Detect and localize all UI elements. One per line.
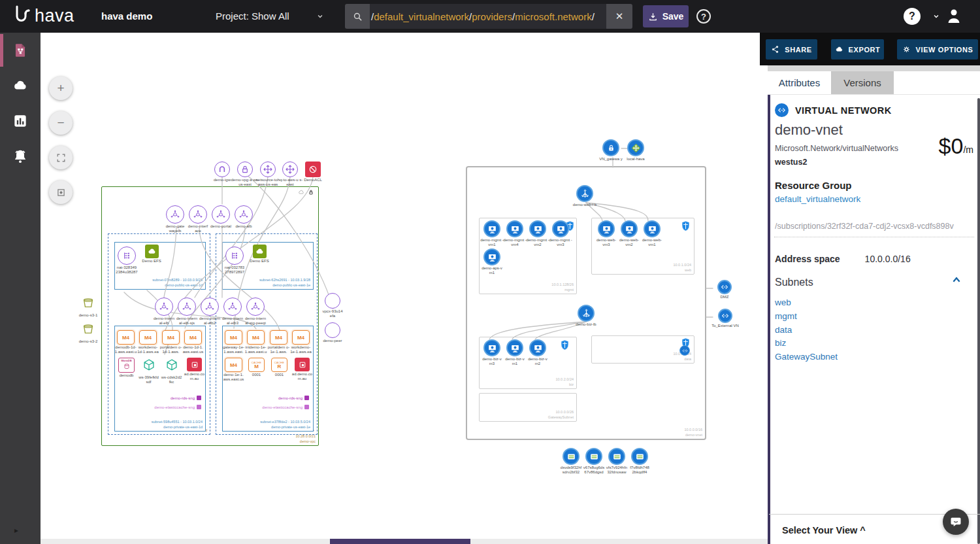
node-demoacl[interactable]: DemoACL <box>299 162 327 182</box>
node-ec2-demodb-1d[interactable]: M4demodb-1d- 1.aws.east.u <box>114 330 137 354</box>
node-label: vpcx-93u14 efa <box>319 309 346 318</box>
share-button[interactable]: SHARE <box>766 39 817 60</box>
clear-search-button[interactable]: ✕ <box>606 10 632 22</box>
node-demo-biz-vm3[interactable]: demo-biz-v m3 <box>480 339 504 366</box>
node-demo-gatewayelb[interactable]: demo-gate wayelb <box>163 205 188 233</box>
search-box[interactable]: /default_virtualnetwork/providers/micros… <box>345 4 632 29</box>
node-storage-3[interactable]: vfs7v924hfn 32fdnosaw <box>604 448 629 475</box>
node-ws-cdsk2d2[interactable]: ws-cdsk2d2 fkc <box>160 358 183 384</box>
help-button[interactable]: ? <box>904 8 921 25</box>
node-demo-web-lb[interactable]: demo-web-l b <box>572 185 598 207</box>
node-demo-s3-1[interactable]: demo-s3-1 <box>74 296 103 318</box>
subnet-link-mgmt[interactable]: mgmt <box>775 311 797 321</box>
subnet-link-data[interactable]: data <box>775 325 792 335</box>
export-button[interactable]: EXPORT <box>831 39 884 60</box>
node-demo-web-vm1[interactable]: demo-web- vm1 <box>640 220 664 247</box>
node-nat-1e[interactable]: nat-032783 278972897 <box>223 246 246 275</box>
node-vpcx[interactable]: vpcx-93u14 efa <box>319 293 346 318</box>
node-cache-m[interactable]: CACHEM0001 <box>245 358 268 377</box>
node-ec2-workdemo-1e[interactable]: M4workdemo- 1e-1.aws.ea <box>289 330 312 354</box>
node-ec2-portaldem-1e[interactable]: M4portaldem o-1e-1.aws. <box>267 330 290 354</box>
node-internal-elb-4[interactable]: demo-intern al-elb3 <box>220 298 246 326</box>
node-demo-biz-vm1[interactable]: demo-biz-v m1 <box>503 339 527 366</box>
node-ec2-intdemo-1e[interactable]: M4intdemo-1e- 1.aws.east.u <box>244 330 267 354</box>
subnets-collapse-button[interactable] <box>950 275 963 285</box>
node-demo-mgmt-vm3[interactable]: demo-mgmt -vm3 <box>549 220 572 247</box>
node-internal-elb-3[interactable]: demo-intern al-elb2 <box>197 298 223 326</box>
node-ec2-gateway-1e[interactable]: M4gateway-1e- 1.aws.east. <box>222 330 245 354</box>
node-ad-demo-1e[interactable]: ad.demo.co m.au <box>291 358 314 381</box>
sidebar-item-reports[interactable] <box>0 103 41 139</box>
zoom-in-button[interactable]: + <box>49 76 73 100</box>
sidebar-expand-button[interactable]: ▸ <box>14 526 18 535</box>
account-chevron[interactable] <box>932 12 941 21</box>
node-data-endpoint[interactable] <box>679 345 690 356</box>
select-your-view[interactable]: Select Your View ^ <box>782 525 866 536</box>
node-cache-r[interactable]: CACHER0001 <box>268 358 291 377</box>
tab-strip <box>768 65 980 71</box>
tab-attributes[interactable]: Attributes <box>768 71 831 94</box>
cache-letter: R <box>278 364 282 369</box>
search-input[interactable]: /default_virtualnetwork/providers/micros… <box>370 4 606 29</box>
node-mariadb[interactable]: MariaDBdemodb <box>115 358 138 378</box>
subnet-link-gatewaysubnet[interactable]: GatewaySubnet <box>775 352 838 362</box>
fit-view-button[interactable] <box>49 146 73 169</box>
node-local-hava[interactable]: local-hava <box>623 139 649 162</box>
node-demo-alb[interactable]: demo-alb <box>231 205 256 229</box>
sidebar-item-diagrams[interactable] <box>0 33 41 68</box>
view-options-button[interactable]: VIEW OPTIONS <box>897 39 978 60</box>
node-demo-biz-vm2[interactable]: demo-biz-v m2 <box>526 339 549 366</box>
panel-scrollbar[interactable] <box>977 98 980 544</box>
help-outline-button[interactable]: ? <box>696 9 711 24</box>
node-ec2-demo-1e[interactable]: M4demo-1e-1. aws.east.us <box>222 358 245 382</box>
node-demo-mgmt-vm2[interactable]: demo-mgmt -vm2 <box>526 220 549 247</box>
node-storage-1[interactable]: dsvds9f32hf sdrv2bf32 <box>559 448 583 475</box>
node-label: vfs7v924hfn 32fdnosaw <box>604 466 629 475</box>
node-ad-demo-1d[interactable]: ad.demo.co m.au <box>183 358 206 381</box>
node-demo-peer[interactable]: demo-peer <box>319 322 346 343</box>
node-demo-mgmt-vm4[interactable]: demo-mgmt -vm4 <box>503 220 527 247</box>
route-arrows-icon <box>260 162 276 177</box>
gateway-subnet-box[interactable]: 10.0.0.0/26GatewaySubnet <box>479 393 577 422</box>
node-demo-aps-vm1[interactable]: demo-aps-v m1 <box>480 248 504 275</box>
node-storage-2[interactable]: v67s8ug6ds 67v86dgsd <box>581 448 606 475</box>
hscrollbar-thumb[interactable] <box>330 539 470 544</box>
app-logo[interactable]: hava <box>13 5 74 27</box>
subnet-link-web[interactable]: web <box>775 298 791 307</box>
node-demo-mgmt-vm1[interactable]: demo-mgmt -vm1 <box>480 220 504 247</box>
node-ec2-portaldem-1d[interactable]: M4portaldem o-1d-1.aws. <box>159 330 182 354</box>
node-to-external-vn[interactable]: To_External VN <box>711 309 739 328</box>
node-demo-portal[interactable]: demo-portal <box>208 205 233 229</box>
node-demo-interface[interactable]: demo-interf ace <box>186 205 210 233</box>
project-selector[interactable]: Project: Show All <box>216 10 325 22</box>
nsg-shield-icon[interactable] <box>681 220 691 234</box>
node-ws-39fefkfd[interactable]: ws-39fefkfd sdf <box>137 358 160 384</box>
save-button[interactable]: Save <box>643 5 689 27</box>
resource-group-link[interactable]: default_virtualnetwork <box>775 194 860 204</box>
node-dmz[interactable]: DMZ <box>711 280 738 299</box>
node-demo-web-vm2[interactable]: demo-web- vm2 <box>617 220 641 247</box>
node-internal-elb-2[interactable]: demo-intern al-elb-sjs <box>174 298 200 326</box>
node-demo-web-vm3[interactable]: demo-web- vm3 <box>595 220 618 247</box>
node-storage-4[interactable]: f7v8fdh748 2bkqdff4 <box>627 448 652 475</box>
node-internal-elb-1[interactable]: demo-intern al-elb <box>151 298 177 326</box>
canvas-hscrollbar[interactable] <box>41 539 768 544</box>
nsg-shield-icon[interactable] <box>560 339 570 353</box>
user-menu[interactable] <box>946 7 962 26</box>
node-demo-efs-1d[interactable]: Demo EFS <box>139 245 165 264</box>
node-nat-1d[interactable]: nat-328349 2384u38287 <box>115 246 139 275</box>
chat-launcher[interactable] <box>943 509 969 535</box>
zoom-out-button[interactable]: − <box>49 111 73 135</box>
node-demo-efs-1e[interactable]: Demo EFS <box>246 245 272 264</box>
node-ec2-demo-1d[interactable]: M4demo-1d-1. aws.east.us <box>182 330 204 354</box>
node-demo-s3-2[interactable]: demo-s3-2 <box>74 322 103 344</box>
tab-versions[interactable]: Versions <box>831 71 894 94</box>
node-demo-biz-lb[interactable]: demo-biz-lb <box>572 305 600 327</box>
sidebar-item-alerts[interactable] <box>0 139 41 174</box>
node-internal-elb-5[interactable]: demo-intern al-stg-peeqt <box>242 298 269 326</box>
node-vn-gateway[interactable]: VN_gatewa y <box>598 139 623 162</box>
subnet-link-biz[interactable]: biz <box>775 338 786 348</box>
sidebar-item-environments[interactable] <box>0 68 41 103</box>
node-ec2-workdemo-1d[interactable]: M4workdemo- 1d-1.aws.ea <box>137 330 159 354</box>
reset-view-button[interactable] <box>49 180 73 204</box>
